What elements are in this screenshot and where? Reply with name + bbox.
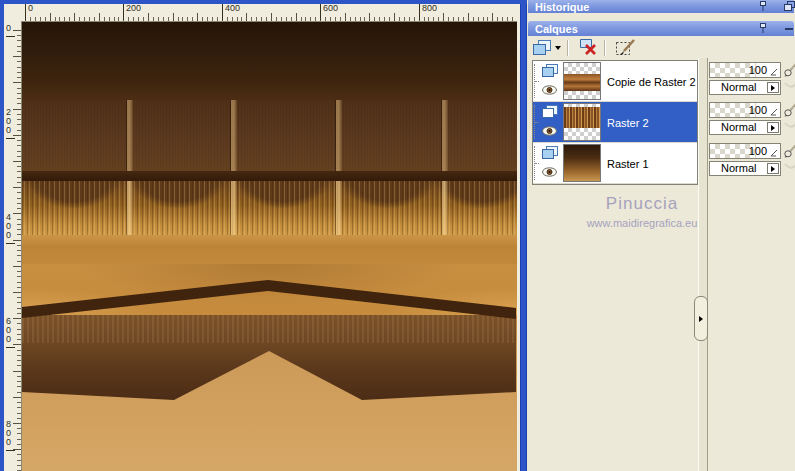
layer-group-bracket	[534, 146, 540, 180]
toolbar-separator	[604, 40, 606, 56]
calques-panel-title: Calques	[535, 23, 578, 35]
ruler-corner	[4, 4, 22, 22]
layer-row-raster-1[interactable]: Raster 1	[533, 143, 697, 184]
pin-icon[interactable]	[758, 1, 768, 12]
opacity-slider-corner-icon	[769, 149, 778, 157]
opacity-value: 100	[749, 104, 767, 116]
layer-thumbnail[interactable]	[563, 62, 601, 100]
canvas-band-dark-strip	[22, 171, 517, 181]
new-layer-button[interactable]	[531, 38, 563, 58]
canvas-seam	[441, 181, 448, 235]
eye-visibility-icon[interactable]	[542, 85, 557, 95]
pin-icon[interactable]	[758, 23, 768, 34]
canvas-seam	[230, 181, 237, 235]
restore-icon[interactable]	[784, 1, 795, 12]
dropdown-arrow-icon	[771, 166, 775, 172]
image-window: 0 200 400 600 800 0 200 400 600 800	[0, 0, 527, 471]
blend-mode-value: Normal	[721, 81, 756, 94]
eye-visibility-icon[interactable]	[542, 167, 557, 177]
blend-dropdown-button[interactable]	[767, 122, 779, 133]
ruler-tick-label: 600	[320, 4, 338, 20]
canvas-seam	[126, 100, 133, 171]
opacity-slider-corner-icon	[769, 108, 778, 116]
layer-group-bracket	[534, 105, 540, 139]
layer-name: Copie de Raster 2	[607, 61, 696, 102]
brush-icon[interactable]	[784, 144, 795, 158]
ruler-tick-label: 200	[6, 108, 12, 135]
edit-selection-icon	[615, 39, 637, 56]
layer-row-raster-2-selected[interactable]: Raster 2	[533, 102, 697, 143]
canvas[interactable]	[22, 22, 517, 471]
ruler-tick-label: 0	[6, 24, 12, 33]
ruler-tick-label: 400	[222, 4, 240, 20]
watermark-url: www.maidiregrafica.eu	[547, 217, 737, 229]
historique-panel-title: Historique	[535, 1, 589, 13]
layer-group-bracket	[534, 64, 540, 98]
dropdown-arrow-icon	[555, 46, 561, 50]
watermark: Pinuccia www.maidiregrafica.eu	[547, 194, 737, 229]
canvas-seam	[441, 100, 448, 171]
splitter-handle[interactable]	[694, 296, 708, 341]
layer-row-copie-de-raster-2[interactable]: Copie de Raster 2	[533, 61, 697, 102]
ruler-tick-label: 600	[6, 317, 12, 344]
opacity-slider[interactable]: 100	[709, 143, 781, 159]
window-right-border	[520, 4, 527, 471]
raster-layer-icon	[542, 105, 559, 120]
ruler-tick-label: 400	[6, 213, 12, 240]
thumbnail-art	[564, 145, 600, 181]
link-faint-icon	[784, 162, 795, 173]
splitter-arrow-icon	[699, 316, 703, 322]
raster-layer-icon	[542, 64, 559, 79]
opacity-slider[interactable]: 100	[709, 102, 781, 118]
canvas-band-gold-drapes	[22, 181, 517, 235]
layer-controls-copie-de-raster-2: 100 Normal	[708, 62, 795, 98]
layer-controls-raster-1: 100 Normal	[708, 143, 795, 179]
raster-layer-icon	[542, 146, 559, 161]
canvas-band-dark-top	[22, 22, 517, 100]
blend-mode-dropdown[interactable]: Normal	[709, 80, 781, 95]
blend-mode-dropdown[interactable]: Normal	[709, 120, 781, 135]
brush-icon[interactable]	[784, 103, 795, 117]
ruler-vertical: 0 200 400 600 800	[4, 21, 22, 471]
layer-name: Raster 2	[607, 102, 649, 143]
new-layer-icon	[533, 40, 552, 56]
palette-panels: Historique Calques	[527, 0, 795, 471]
collapse-icon[interactable]	[784, 25, 795, 33]
blend-mode-dropdown[interactable]: Normal	[709, 161, 781, 176]
opacity-slider[interactable]: 100	[709, 62, 781, 78]
canvas-seam	[335, 181, 342, 235]
ruler-tick-label: 800	[419, 4, 437, 20]
canvas-band-panels	[22, 100, 517, 171]
ruler-tick-label: 200	[123, 4, 141, 20]
ruler-tick-label: 0	[25, 4, 33, 20]
blend-mode-value: Normal	[721, 121, 756, 134]
layers-toolbar	[528, 36, 794, 59]
layer-name: Raster 1	[607, 143, 649, 184]
dropdown-arrow-icon	[771, 125, 775, 131]
edit-selection-button[interactable]	[613, 38, 639, 58]
blend-dropdown-button[interactable]	[767, 82, 779, 93]
panel-splitter	[698, 58, 708, 471]
layer-list: Copie de Raster 2 Raster 2	[532, 60, 698, 185]
historique-panel-header[interactable]: Historique	[528, 0, 794, 13]
link-faint-icon	[784, 81, 795, 92]
canvas-seam	[230, 100, 237, 171]
canvas-seam	[335, 100, 342, 171]
opacity-value: 100	[749, 145, 767, 157]
ruler-tick-label: 800	[6, 420, 12, 447]
calques-panel-header[interactable]: Calques	[528, 21, 794, 36]
eye-visibility-icon[interactable]	[542, 126, 557, 136]
watermark-name: Pinuccia	[547, 194, 737, 214]
blend-dropdown-button[interactable]	[767, 163, 779, 174]
layer-thumbnail[interactable]	[563, 103, 601, 141]
delete-layer-button[interactable]	[576, 38, 600, 58]
opacity-slider-corner-icon	[769, 68, 778, 76]
layer-thumbnail[interactable]	[563, 144, 601, 182]
delete-layer-icon	[578, 39, 598, 56]
thumbnail-art	[564, 74, 600, 91]
opacity-value: 100	[749, 64, 767, 76]
brush-icon[interactable]	[784, 63, 795, 77]
ruler-horizontal: 0 200 400 600 800	[21, 4, 518, 22]
thumbnail-art	[564, 107, 600, 128]
blend-mode-value: Normal	[721, 162, 756, 175]
